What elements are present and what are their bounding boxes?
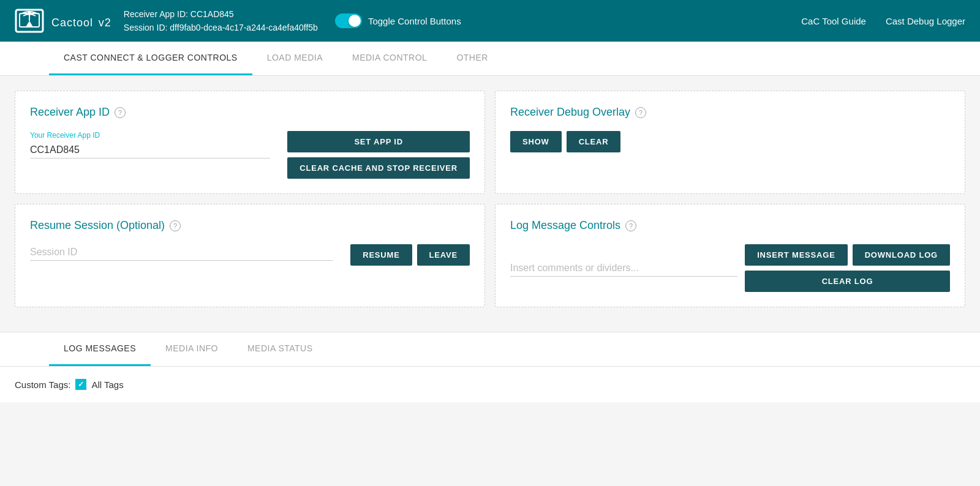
app-title: Cactool v2 [51, 11, 111, 31]
bottom-tabs-nav: LOG MESSAGES MEDIA INFO MEDIA STATUS [0, 332, 980, 367]
toggle-area: Toggle Control Buttons [335, 13, 461, 28]
all-tags-checkbox[interactable] [75, 379, 86, 390]
header-session-info: Receiver App ID: CC1AD845 Session ID: df… [124, 7, 318, 35]
insert-message-button[interactable]: INSERT MESSAGE [745, 244, 848, 266]
all-tags-label: All Tags [91, 379, 123, 390]
session-id-input-wrapper [30, 244, 333, 261]
tab-log-messages[interactable]: LOG MESSAGES [49, 332, 151, 366]
log-message-controls-title: Log Message Controls ? [510, 219, 950, 232]
receiver-debug-overlay-buttons: SHOW CLEAR [510, 131, 950, 152]
log-buttons: INSERT MESSAGE DOWNLOAD LOG CLEAR LOG [745, 244, 950, 292]
session-id-input[interactable] [30, 244, 333, 261]
receiver-app-id-info: Receiver App ID: CC1AD845 [124, 7, 318, 21]
clear-cache-stop-receiver-button[interactable]: CLEAR CACHE AND STOP RECEIVER [287, 157, 470, 179]
custom-tags-label: Custom Tags: [15, 379, 70, 390]
resume-session-card: Resume Session (Optional) ? RESUME LEAVE [15, 204, 485, 307]
receiver-debug-overlay-help-icon[interactable]: ? [635, 107, 646, 118]
receiver-app-id-card: Receiver App ID ? Your Receiver App ID S… [15, 91, 485, 194]
download-log-button[interactable]: DOWNLOAD LOG [853, 244, 950, 266]
log-message-controls-card: Log Message Controls ? INSERT MESSAGE DO… [495, 204, 965, 307]
receiver-app-id-title: Receiver App ID ? [30, 106, 470, 119]
log-message-controls-help-icon[interactable]: ? [625, 220, 636, 231]
receiver-app-id-input-label: Your Receiver App ID [30, 131, 270, 140]
logo-area: Cactool v2 [15, 9, 111, 33]
resume-session-body: RESUME LEAVE [30, 244, 470, 266]
receiver-app-id-body: Your Receiver App ID SET APP ID CLEAR CA… [30, 131, 470, 179]
log-input-wrapper [510, 260, 737, 277]
app-header: Cactool v2 Receiver App ID: CC1AD845 Ses… [0, 0, 980, 42]
main-content: Receiver App ID ? Your Receiver App ID S… [0, 76, 980, 332]
cast-icon [15, 9, 44, 33]
clear-log-button[interactable]: CLEAR LOG [745, 271, 950, 292]
bottom-content: Custom Tags: All Tags [0, 367, 980, 402]
bottom-section: LOG MESSAGES MEDIA INFO MEDIA STATUS Cus… [0, 332, 980, 402]
toggle-knob [349, 15, 361, 27]
receiver-app-id-buttons: SET APP ID CLEAR CACHE AND STOP RECEIVER [287, 131, 470, 179]
show-overlay-button[interactable]: SHOW [510, 131, 562, 152]
leave-button[interactable]: LEAVE [417, 244, 470, 266]
main-tabs-nav: CAST CONNECT & LOGGER CONTROLS LOAD MEDI… [0, 42, 980, 76]
resume-button[interactable]: RESUME [350, 244, 412, 266]
log-message-body: INSERT MESSAGE DOWNLOAD LOG CLEAR LOG [510, 244, 950, 292]
tab-media-info[interactable]: MEDIA INFO [151, 332, 233, 366]
tab-cast-connect-logger-controls[interactable]: CAST CONNECT & LOGGER CONTROLS [49, 42, 252, 75]
receiver-debug-overlay-title: Receiver Debug Overlay ? [510, 106, 950, 119]
log-message-input[interactable] [510, 260, 737, 277]
resume-session-title: Resume Session (Optional) ? [30, 219, 470, 232]
clear-overlay-button[interactable]: CLEAR [567, 131, 621, 152]
receiver-app-id-input[interactable] [30, 142, 270, 159]
session-id-info: Session ID: dff9fab0-dcea-4c17-a244-ca4e… [124, 21, 318, 34]
toggle-control-buttons-switch[interactable] [335, 13, 362, 28]
custom-tags-area: Custom Tags: All Tags [15, 379, 965, 390]
cards-grid: Receiver App ID ? Your Receiver App ID S… [15, 91, 965, 307]
receiver-debug-overlay-card: Receiver Debug Overlay ? SHOW CLEAR [495, 91, 965, 194]
tab-media-status[interactable]: MEDIA STATUS [233, 332, 328, 366]
tab-load-media[interactable]: LOAD MEDIA [252, 42, 337, 75]
cast-debug-logger-link[interactable]: Cast Debug Logger [886, 16, 965, 26]
header-nav: CaC Tool Guide Cast Debug Logger [801, 16, 965, 26]
receiver-app-id-help-icon[interactable]: ? [115, 107, 126, 118]
log-buttons-top: INSERT MESSAGE DOWNLOAD LOG [745, 244, 950, 266]
resume-session-help-icon[interactable]: ? [170, 220, 181, 231]
resume-session-buttons: RESUME LEAVE [350, 244, 470, 266]
receiver-app-id-input-wrapper: Your Receiver App ID [30, 131, 270, 159]
cac-tool-guide-link[interactable]: CaC Tool Guide [801, 16, 866, 26]
tab-media-control[interactable]: MEDIA CONTROL [337, 42, 442, 75]
toggle-label: Toggle Control Buttons [368, 16, 461, 26]
set-app-id-button[interactable]: SET APP ID [287, 131, 470, 152]
tab-other[interactable]: OTHER [442, 42, 503, 75]
